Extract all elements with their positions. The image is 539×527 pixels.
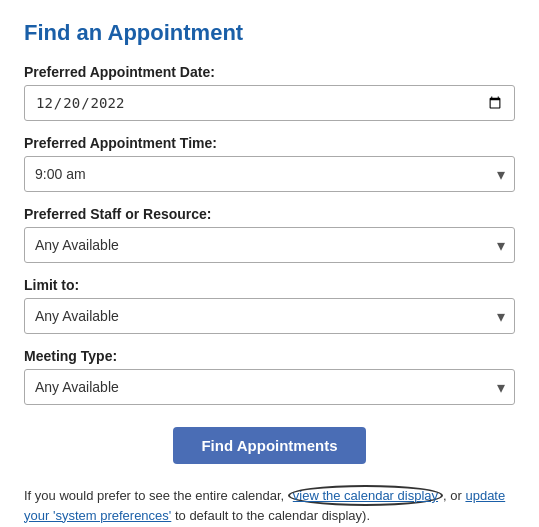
date-label: Preferred Appointment Date: — [24, 64, 515, 80]
view-calendar-link[interactable]: view the calendar display — [288, 485, 443, 506]
staff-select[interactable]: Any Available — [24, 227, 515, 263]
time-label: Preferred Appointment Time: — [24, 135, 515, 151]
time-select-wrapper: 9:00 am 9:30 am 10:00 am 10:30 am 11:00 … — [24, 156, 515, 192]
time-field-group: Preferred Appointment Time: 9:00 am 9:30… — [24, 135, 515, 192]
limit-field-group: Limit to: Any Available — [24, 277, 515, 334]
footer-text: If you would prefer to see the entire ca… — [24, 486, 515, 525]
limit-select-wrapper: Any Available — [24, 298, 515, 334]
footer-text-after: to default to the calendar display). — [171, 508, 370, 523]
meeting-select[interactable]: Any Available — [24, 369, 515, 405]
meeting-field-group: Meeting Type: Any Available — [24, 348, 515, 405]
staff-field-group: Preferred Staff or Resource: Any Availab… — [24, 206, 515, 263]
find-appointments-button[interactable]: Find Appointments — [173, 427, 365, 464]
footer-text-before: If you would prefer to see the entire ca… — [24, 488, 288, 503]
view-calendar-link-text[interactable]: view the calendar display — [288, 485, 443, 506]
limit-label: Limit to: — [24, 277, 515, 293]
limit-select[interactable]: Any Available — [24, 298, 515, 334]
meeting-select-wrapper: Any Available — [24, 369, 515, 405]
meeting-label: Meeting Type: — [24, 348, 515, 364]
staff-label: Preferred Staff or Resource: — [24, 206, 515, 222]
date-field-group: Preferred Appointment Date: — [24, 64, 515, 121]
page-title: Find an Appointment — [24, 20, 515, 46]
staff-select-wrapper: Any Available — [24, 227, 515, 263]
date-input[interactable] — [24, 85, 515, 121]
time-select[interactable]: 9:00 am 9:30 am 10:00 am 10:30 am 11:00 … — [24, 156, 515, 192]
footer-text-middle: , or — [443, 488, 465, 503]
